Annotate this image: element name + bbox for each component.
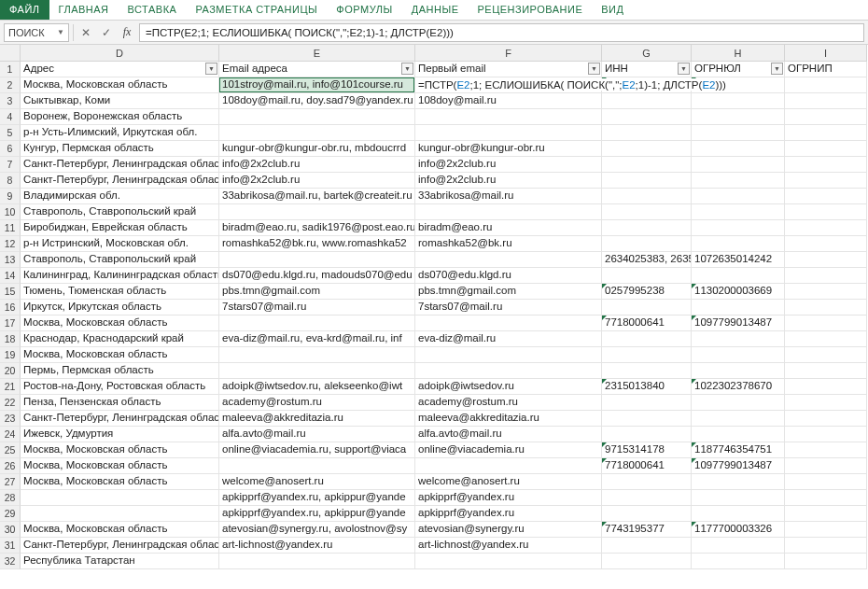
cell-D9[interactable]: Владимирская обл.: [21, 189, 219, 204]
cell-F22[interactable]: academy@rostum.ru: [415, 395, 602, 411]
cell-I30[interactable]: [785, 522, 867, 538]
row-header-10[interactable]: 10: [0, 204, 21, 220]
cell-I20[interactable]: [785, 363, 867, 379]
cell-E17[interactable]: [219, 316, 415, 331]
row-header-26[interactable]: 26: [0, 458, 21, 474]
cell-D21[interactable]: Ростов-на-Дону, Ростовская область: [21, 379, 219, 395]
cell-D19[interactable]: Москва, Московская область: [21, 347, 219, 363]
cell-I21[interactable]: [785, 379, 867, 395]
cell-H24[interactable]: [692, 427, 785, 442]
cell-H19[interactable]: [692, 347, 785, 363]
cell-E2[interactable]: 101stroy@mail.ru, info@101course.ru: [219, 77, 415, 93]
row-header-21[interactable]: 21: [0, 379, 21, 395]
cell-H23[interactable]: [692, 411, 785, 427]
row-header-11[interactable]: 11: [0, 220, 21, 236]
cell-G32[interactable]: [602, 554, 692, 569]
cell-I15[interactable]: [785, 284, 867, 300]
cell-I26[interactable]: [785, 458, 867, 474]
cell-G27[interactable]: [602, 474, 692, 490]
cell-D16[interactable]: Иркутск, Иркутская область: [21, 300, 219, 316]
cell-H11[interactable]: [692, 220, 785, 236]
row-header-22[interactable]: 22: [0, 395, 21, 411]
cell-E25[interactable]: online@viacademia.ru, support@viaca: [219, 442, 415, 458]
cell-F6[interactable]: kungur-obr@kungur-obr.ru: [415, 141, 602, 157]
cell-E23[interactable]: maleeva@akkreditazia.ru: [219, 411, 415, 427]
select-all-corner[interactable]: [0, 45, 21, 62]
row-header-17[interactable]: 17: [0, 316, 21, 331]
cell-I19[interactable]: [785, 347, 867, 363]
cell-H21[interactable]: 1022302378670: [692, 379, 785, 395]
cell-D18[interactable]: Краснодар, Краснодарский край: [21, 331, 219, 347]
cell-E20[interactable]: [219, 363, 415, 379]
row-header-29[interactable]: 29: [0, 506, 21, 522]
row-header-23[interactable]: 23: [0, 411, 21, 427]
cell-I29[interactable]: [785, 506, 867, 522]
cell-G10[interactable]: [602, 204, 692, 220]
cell-F11[interactable]: biradm@eao.ru: [415, 220, 602, 236]
cell-E6[interactable]: kungur-obr@kungur-obr.ru, mbdoucrrd: [219, 141, 415, 157]
cell-F29[interactable]: apkipprf@yandex.ru: [415, 506, 602, 522]
row-header-8[interactable]: 8: [0, 173, 21, 189]
cell-E32[interactable]: [219, 554, 415, 569]
cell-I6[interactable]: [785, 141, 867, 157]
cell-I10[interactable]: [785, 204, 867, 220]
row-header-12[interactable]: 12: [0, 236, 21, 252]
filter-button-E[interactable]: ▼: [401, 63, 413, 75]
cell-E24[interactable]: alfa.avto@mail.ru: [219, 427, 415, 442]
row-header-18[interactable]: 18: [0, 331, 21, 347]
cell-D24[interactable]: Ижевск, Удмуртия: [21, 427, 219, 442]
cell-D2[interactable]: Москва, Московская область: [21, 77, 219, 93]
column-header-G[interactable]: G: [602, 45, 692, 62]
cell-I31[interactable]: [785, 538, 867, 554]
cell-G23[interactable]: [602, 411, 692, 427]
cell-I32[interactable]: [785, 554, 867, 569]
cell-H31[interactable]: [692, 538, 785, 554]
row-header-31[interactable]: 31: [0, 538, 21, 554]
cell-H12[interactable]: [692, 236, 785, 252]
cell-E21[interactable]: adoipk@iwtsedov.ru, alekseenko@iwt: [219, 379, 415, 395]
cell-H26[interactable]: 1097799013487: [692, 458, 785, 474]
cell-G26[interactable]: 7718000641: [602, 458, 692, 474]
cell-D11[interactable]: Биробиджан, Еврейская область: [21, 220, 219, 236]
cell-I4[interactable]: [785, 109, 867, 125]
cell-G14[interactable]: [602, 268, 692, 284]
cell-F4[interactable]: [415, 109, 602, 125]
cell-I18[interactable]: [785, 331, 867, 347]
fx-icon[interactable]: fx: [119, 25, 135, 39]
cell-G3[interactable]: [602, 93, 692, 109]
header-cell-G[interactable]: ИНН▼: [602, 62, 692, 77]
cell-D15[interactable]: Тюмень, Тюменская область: [21, 284, 219, 300]
row-header-16[interactable]: 16: [0, 300, 21, 316]
cell-E13[interactable]: [219, 252, 415, 268]
cell-D10[interactable]: Ставрополь, Ставропольский край: [21, 204, 219, 220]
cell-G25[interactable]: 9715314178: [602, 442, 692, 458]
cell-E4[interactable]: [219, 109, 415, 125]
cell-G7[interactable]: [602, 157, 692, 173]
cell-D4[interactable]: Воронеж, Воронежская область: [21, 109, 219, 125]
cell-F27[interactable]: welcome@anosert.ru: [415, 474, 602, 490]
cell-G29[interactable]: [602, 506, 692, 522]
cell-D31[interactable]: Санкт-Петербург, Ленинградская область: [21, 538, 219, 554]
cell-H13[interactable]: 1072635014242: [692, 252, 785, 268]
cancel-formula-icon[interactable]: ✕: [77, 26, 94, 39]
cell-I13[interactable]: [785, 252, 867, 268]
cell-D27[interactable]: Москва, Московская область: [21, 474, 219, 490]
cell-G4[interactable]: [602, 109, 692, 125]
cell-I2[interactable]: [785, 77, 867, 93]
cell-G5[interactable]: [602, 125, 692, 141]
cell-D6[interactable]: Кунгур, Пермская область: [21, 141, 219, 157]
cell-D7[interactable]: Санкт-Петербург, Ленинградская область: [21, 157, 219, 173]
row-header-5[interactable]: 5: [0, 125, 21, 141]
cell-H10[interactable]: [692, 204, 785, 220]
cell-E27[interactable]: welcome@anosert.ru: [219, 474, 415, 490]
row-header-14[interactable]: 14: [0, 268, 21, 284]
cell-E9[interactable]: 33abrikosa@mail.ru, bartek@createit.ru: [219, 189, 415, 204]
row-header-3[interactable]: 3: [0, 93, 21, 109]
cell-D12[interactable]: р-н Истринский, Московская обл.: [21, 236, 219, 252]
cell-D26[interactable]: Москва, Московская область: [21, 458, 219, 474]
cell-F25[interactable]: online@viacademia.ru: [415, 442, 602, 458]
row-header-30[interactable]: 30: [0, 522, 21, 538]
header-cell-E[interactable]: Email адреса▼: [219, 62, 415, 77]
cell-F24[interactable]: alfa.avto@mail.ru: [415, 427, 602, 442]
cell-G8[interactable]: [602, 173, 692, 189]
